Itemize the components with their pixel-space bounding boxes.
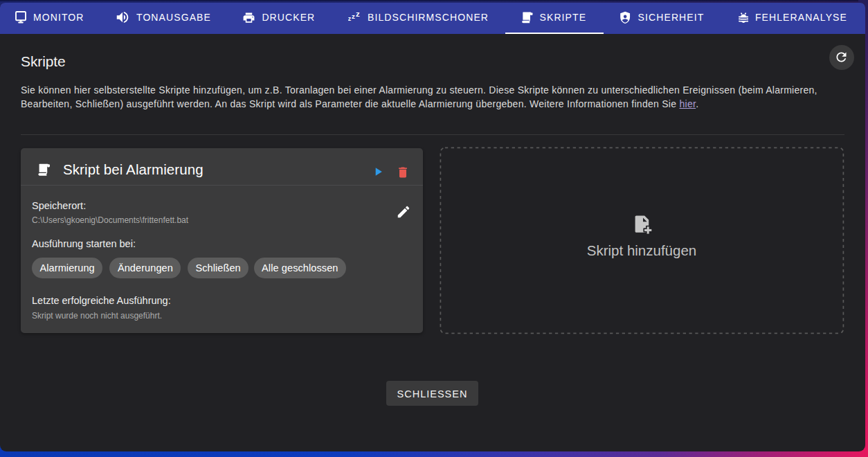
svg-text:z: z: [356, 12, 361, 18]
